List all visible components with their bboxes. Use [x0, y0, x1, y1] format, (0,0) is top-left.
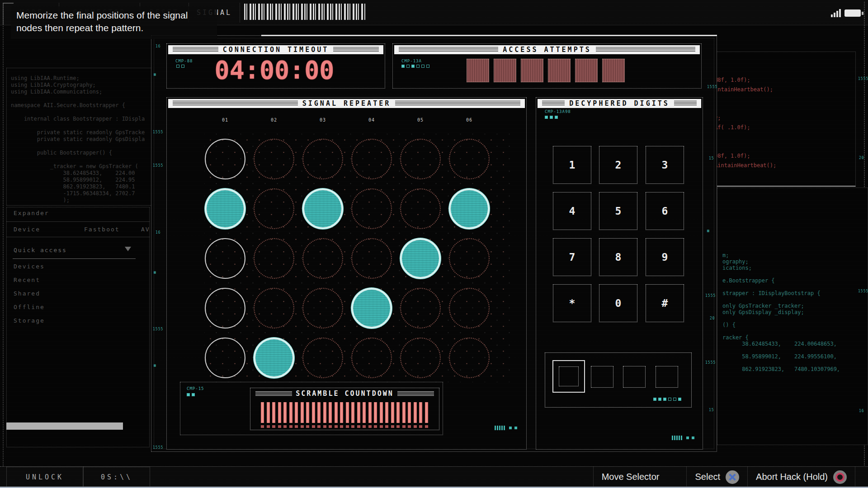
signal-node-r5c2[interactable] [254, 338, 294, 378]
sidebar-item-devices[interactable]: Devices [14, 263, 45, 270]
signal-node-r2c4[interactable] [351, 188, 392, 229]
left-edge-line [3, 5, 4, 483]
access-attempt-block [467, 59, 489, 82]
keypad-key-star[interactable]: * [553, 284, 591, 322]
code-line: Af( .1.0f); [714, 124, 750, 131]
keypad-key-4[interactable]: 4 [553, 192, 591, 230]
countdown-bar [267, 402, 270, 423]
keypad-key-9[interactable]: 9 [646, 238, 684, 276]
keypad-key-6[interactable]: 6 [646, 192, 684, 230]
code-line: using LibIAA.Runtime; [11, 75, 80, 81]
signal-node-r5c5[interactable] [400, 338, 441, 378]
sidebar-item-shared[interactable]: Shared [14, 290, 40, 297]
countdown-bar [312, 402, 315, 423]
status-square [550, 116, 553, 119]
header-stripes [397, 391, 434, 396]
edge-marker: 1555 [705, 294, 716, 298]
status-square [678, 398, 681, 401]
signal-node-r4c4[interactable] [351, 288, 392, 328]
keypad-key-hash[interactable]: # [646, 284, 684, 322]
signal-node-r2c1[interactable] [205, 188, 245, 229]
header-stripes [596, 47, 695, 52]
signal-node-r1c4[interactable] [351, 139, 392, 179]
meter-bar [497, 426, 498, 430]
sidebar-scrollbar[interactable] [6, 422, 123, 430]
signal-node-r4c6[interactable] [449, 288, 490, 328]
sidebar-item-offline[interactable]: Offline [14, 304, 45, 310]
countdown-bar-tick [283, 425, 287, 428]
countdown-bar-tick [335, 425, 338, 428]
signal-node-r2c2[interactable] [254, 188, 294, 229]
signal-node-r4c2[interactable] [254, 288, 294, 328]
sidebar-expander-label[interactable]: Expander [14, 210, 49, 216]
signal-node-r5c1[interactable] [205, 338, 245, 378]
signal-node-r5c4[interactable] [351, 338, 392, 378]
signal-node-r4c3[interactable] [302, 288, 343, 328]
code-line: only GpsDisplay _display; [722, 309, 804, 315]
countdown-bar-tick [385, 425, 388, 428]
signal-node-r1c5[interactable] [400, 139, 441, 179]
countdown-bar-tick [414, 425, 417, 428]
signal-node-r3c4[interactable] [351, 238, 392, 279]
signal-repeater-header: SIGNAL REPEATER [168, 99, 525, 108]
countdown-bar [278, 402, 281, 423]
meter-bar [676, 436, 678, 440]
countdown-bar-tick [301, 425, 304, 428]
edge-marker: 15 [709, 156, 714, 160]
dpad-icon[interactable] [665, 470, 678, 484]
status-square [181, 65, 184, 68]
signal-node-r2c6[interactable] [449, 188, 490, 229]
signal-bars-icon [834, 13, 835, 17]
countdown-bar-tick [425, 425, 428, 428]
status-square [421, 65, 425, 68]
divider [6, 221, 150, 222]
signal-node-r3c6[interactable] [449, 238, 490, 279]
meter-square [686, 436, 689, 439]
sidebar-item-storage[interactable]: Storage [14, 317, 45, 324]
keypad-key-0[interactable]: 0 [599, 284, 637, 322]
meter-bar [501, 426, 503, 430]
unlock-label: UNLOCK [6, 467, 83, 487]
signal-bars-icon [831, 14, 833, 17]
signal-node-r5c6[interactable] [449, 338, 490, 378]
sidebar-item-recent[interactable]: Recent [14, 277, 40, 283]
keypad-key-2[interactable]: 2 [599, 146, 637, 184]
divider [13, 258, 136, 259]
status-square [401, 65, 405, 68]
signal-node-r3c3[interactable] [302, 238, 343, 279]
circle-button-icon[interactable] [833, 470, 847, 484]
signal-node-r5c3[interactable] [302, 338, 343, 378]
sidebar-quick-access-label[interactable]: Quick access [14, 247, 67, 253]
keypad-key-5[interactable]: 5 [599, 192, 637, 230]
code-line: using LibIAA.Cryptography; [11, 82, 96, 88]
status-square [668, 398, 671, 401]
signal-node-r3c1[interactable] [205, 238, 245, 279]
countdown-bar-tick [312, 425, 315, 428]
signal-node-r2c5[interactable] [400, 188, 441, 229]
header-stripes [255, 391, 292, 396]
select-hint: Select [686, 467, 747, 487]
countdown-bar [346, 402, 349, 423]
select-label: Select [695, 472, 720, 482]
signal-node-r1c6[interactable] [449, 139, 490, 179]
keypad-key-3[interactable]: 3 [646, 146, 684, 184]
countdown-bar [396, 402, 400, 423]
signal-node-r1c3[interactable] [302, 139, 343, 179]
edge-marker: 1555 [153, 327, 163, 331]
keypad-key-1[interactable]: 1 [553, 146, 591, 184]
signal-node-r3c5[interactable] [400, 238, 441, 279]
cross-button-icon[interactable] [726, 470, 739, 484]
code-panel-right-bottom [717, 188, 868, 445]
code-line: public Bootstrapper() { [11, 150, 112, 156]
signal-node-r3c2[interactable] [254, 238, 294, 279]
signal-node-r4c5[interactable] [400, 288, 441, 328]
signal-node-r1c1[interactable] [205, 139, 245, 179]
countdown-bar-tick [267, 425, 270, 428]
signal-node-r1c2[interactable] [254, 139, 294, 179]
keypad-key-7[interactable]: 7 [553, 238, 591, 276]
signal-node-r2c3[interactable] [302, 188, 343, 229]
edge-marker: 1555 [858, 289, 868, 293]
signal-node-r4c1[interactable] [205, 288, 245, 328]
chevron-down-icon[interactable] [125, 247, 131, 254]
keypad-key-8[interactable]: 8 [599, 238, 637, 276]
